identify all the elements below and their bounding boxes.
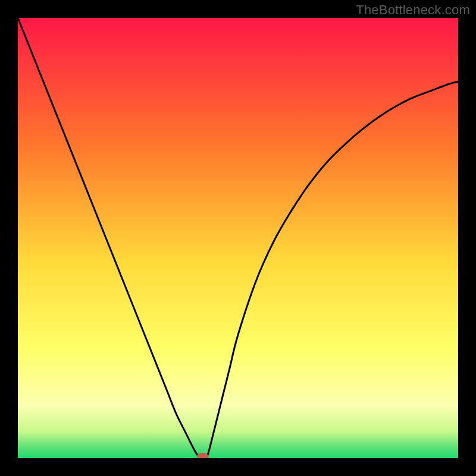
bottleneck-chart — [18, 18, 458, 458]
chart-background — [18, 18, 458, 458]
chart-frame — [18, 18, 458, 458]
watermark-text: TheBottleneck.com — [356, 2, 470, 18]
